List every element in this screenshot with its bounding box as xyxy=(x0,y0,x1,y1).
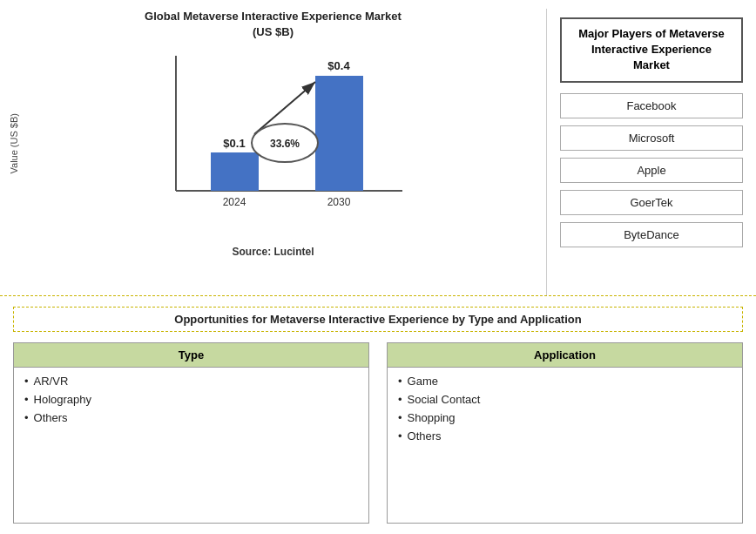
bar-2024 xyxy=(211,152,259,191)
type-column: Type AR/VR Holography Others xyxy=(13,342,369,524)
opportunities-grid: Type AR/VR Holography Others Application… xyxy=(13,342,743,524)
type-list: AR/VR Holography Others xyxy=(13,368,369,524)
bar-2030 xyxy=(315,76,363,191)
player-item-goertek: GoerTek xyxy=(560,190,743,215)
y-axis-label: Value (US $B) xyxy=(9,113,19,174)
svg-text:$0.4: $0.4 xyxy=(327,59,350,72)
application-header: Application xyxy=(387,342,743,368)
app-item-others: Others xyxy=(398,429,732,443)
chart-area: Global Metaverse Interactive Experience … xyxy=(0,9,547,295)
application-list: Game Social Contact Shopping Others xyxy=(387,368,743,524)
bars-container: $0.1 2024 $0.4 2030 xyxy=(24,47,537,239)
player-item-microsoft: Microsoft xyxy=(560,125,743,151)
type-item-holography: Holography xyxy=(24,393,358,406)
svg-text:2030: 2030 xyxy=(327,196,351,208)
application-column: Application Game Social Contact Shopping… xyxy=(387,342,743,524)
app-item-shopping: Shopping xyxy=(398,411,732,424)
chart-wrapper: Value (US $B) $0.1 2024 xyxy=(9,47,537,239)
svg-text:33.6%: 33.6% xyxy=(270,138,300,150)
type-item-arvr: AR/VR xyxy=(24,375,358,388)
svg-text:2024: 2024 xyxy=(223,196,246,208)
main-container: Global Metaverse Interactive Experience … xyxy=(0,0,756,534)
chart-svg: $0.1 2024 $0.4 2030 xyxy=(24,47,537,221)
type-header: Type xyxy=(13,342,369,368)
players-title: Major Players of Metaverse Interactive E… xyxy=(560,17,743,83)
bottom-section: Opportunities for Metaverse Interactive … xyxy=(0,296,756,534)
app-item-game: Game xyxy=(398,375,732,388)
top-section: Global Metaverse Interactive Experience … xyxy=(0,0,756,296)
chart-title: Global Metaverse Interactive Experience … xyxy=(145,9,402,40)
type-item-others: Others xyxy=(24,411,358,424)
opportunities-title: Opportunities for Metaverse Interactive … xyxy=(13,307,743,332)
player-item-bytedance: ByteDance xyxy=(560,222,743,247)
player-item-facebook: Facebook xyxy=(560,93,743,118)
players-panel: Major Players of Metaverse Interactive E… xyxy=(547,9,756,295)
player-item-apple: Apple xyxy=(560,158,743,183)
app-item-social-contact: Social Contact xyxy=(398,393,732,406)
svg-text:$0.1: $0.1 xyxy=(223,137,245,150)
source-text: Source: Lucintel xyxy=(232,246,314,258)
